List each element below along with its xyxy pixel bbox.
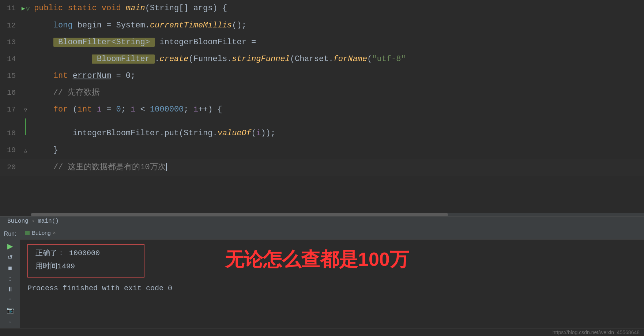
gutter-19 <box>20 142 31 159</box>
tab-close-button[interactable]: × <box>53 230 56 235</box>
run-tab-bulong[interactable]: BuLong × <box>20 226 61 239</box>
line-num-14: 14 <box>0 51 20 68</box>
line-content-20: // 这里的数据都是有的10万次 <box>31 159 644 176</box>
url-bar: https://blog.csdn.net/weixin_45568648 <box>0 328 644 336</box>
code-line-18: 18 integerBloomFilter.put(String.valueOf… <box>0 118 644 142</box>
run-sidebar: Run: ↺ ↕ ↑ ↓ <box>0 226 20 328</box>
line-content-17: for (int i = 0; i < 1000000; i++) { <box>31 101 644 118</box>
fold-open-icon <box>24 101 27 118</box>
line-content-18: integerBloomFilter.put(String.valueOf(i)… <box>31 125 644 142</box>
fold-close-icon <box>24 142 27 159</box>
line-content-16: // 先存数据 <box>31 84 644 101</box>
line-num-15: 15 <box>0 68 20 84</box>
gutter-11: ▶ ▽ <box>20 0 31 17</box>
run-stop-button[interactable] <box>4 264 17 272</box>
breadcrumb-method: main() <box>38 218 59 224</box>
code-line-13: 13 BloomFilter<String> integerBloomFilte… <box>0 34 644 51</box>
run-play-button[interactable] <box>4 242 17 250</box>
tab-icon <box>25 231 30 235</box>
run-rerun-button[interactable]: ↺ <box>4 253 17 261</box>
run-output: 正确了： 1000000 用时间1499 无论怎么查都是100万 Process… <box>20 239 644 328</box>
code-line-19: 19 } <box>0 142 644 159</box>
line-num-16: 16 <box>0 84 20 101</box>
code-line-16: 16 // 先存数据 <box>0 84 644 101</box>
output-box: 正确了： 1000000 用时间1499 <box>27 244 144 278</box>
code-line-11: 11 ▶ ▽ public static void main(String[] … <box>0 0 644 17</box>
line-content-13: BloomFilter<String> integerBloomFilter = <box>31 34 644 51</box>
url-text: https://blog.csdn.net/weixin_45568648 <box>553 329 640 335</box>
block-line-icon <box>25 118 26 135</box>
output-line-1: 正确了： 1000000 <box>35 247 136 260</box>
breadcrumb: BuLong › main() <box>0 216 644 226</box>
process-line: Process finished with exit code 0 <box>27 284 637 292</box>
line-content-12: long begin = System.currentTimeMillis(); <box>31 17 644 34</box>
output-line-2: 用时间1499 <box>35 260 136 273</box>
annotation-text: 无论怎么查都是100万 <box>225 247 409 272</box>
line-content-15: int errorNum = 0; <box>31 68 644 84</box>
line-num-20: 20 <box>0 159 20 176</box>
line-content-14: BloomFilter .create(Funnels.stringFunnel… <box>31 51 644 68</box>
code-line-14: 14 BloomFilter .create(Funnels.stringFun… <box>0 51 644 68</box>
line-num-12: 12 <box>0 17 20 34</box>
code-line-12: 12 long begin = System.currentTimeMillis… <box>0 17 644 34</box>
run-camera-button[interactable] <box>4 307 17 314</box>
breakpoint-icon: ▽ <box>26 0 30 17</box>
scrollbar-thumb[interactable] <box>31 213 448 216</box>
run-panel: Run: ↺ ↕ ↑ ↓ BuLong × 正确了： 1000000 用时间14… <box>0 226 644 328</box>
gutter-18 <box>20 118 31 135</box>
run-tabs: BuLong × <box>20 226 644 239</box>
run-pause-button[interactable] <box>4 286 17 293</box>
line-num-13: 13 <box>0 34 20 51</box>
run-label: Run: <box>1 229 19 239</box>
breadcrumb-sep: › <box>31 218 35 224</box>
run-content: BuLong × 正确了： 1000000 用时间1499 无论怎么查都是100… <box>20 226 644 328</box>
code-line-20: 20 // 这里的数据都是有的10万次 <box>0 159 644 176</box>
line-num-11: 11 <box>0 0 20 17</box>
line-content-19: } <box>31 142 644 159</box>
code-line-17: 17 for (int i = 0; i < 1000000; i++) { <box>0 101 644 118</box>
breadcrumb-class: BuLong <box>7 218 29 224</box>
run-arrow-icon: ▶ <box>22 0 25 17</box>
gutter-17 <box>20 101 31 118</box>
run-up-button[interactable]: ↑ <box>4 296 17 304</box>
run-step-button[interactable]: ↕ <box>4 275 17 283</box>
code-line-15: 15 int errorNum = 0; <box>0 68 644 84</box>
line-num-19: 19 <box>0 142 20 159</box>
horizontal-scrollbar[interactable] <box>31 213 644 216</box>
run-label-row: Run: <box>1 229 19 239</box>
run-down-button[interactable]: ↓ <box>4 317 17 324</box>
code-editor: 11 ▶ ▽ public static void main(String[] … <box>0 0 644 216</box>
line-num-17: 17 <box>0 101 20 118</box>
line-num-18: 18 <box>0 125 20 142</box>
line-content-11: public static void main(String[] args) { <box>31 0 644 17</box>
tab-name: BuLong <box>32 230 51 236</box>
code-lines: 11 ▶ ▽ public static void main(String[] … <box>0 0 644 215</box>
